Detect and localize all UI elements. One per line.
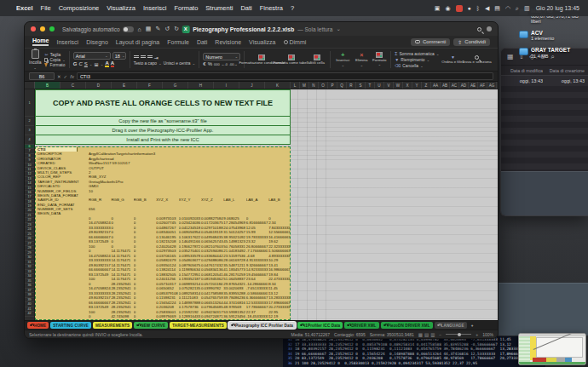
copy-button[interactable]: Copia⌄ [44, 58, 65, 62]
column-header-S[interactable]: S [356, 82, 366, 89]
column-header-AA[interactable]: AA [431, 82, 441, 89]
insert-cells-button[interactable]: +Inserisci⌄ [334, 52, 351, 68]
comma-style-icon[interactable]: 000 [214, 62, 220, 66]
cell[interactable]: 12.19 [268, 314, 290, 319]
column-header-F[interactable]: F [137, 82, 163, 89]
column-header-X[interactable]: X [403, 82, 412, 89]
cell[interactable]: 10 [89, 189, 290, 193]
decrease-decimal-icon[interactable]: .00→ [229, 62, 238, 66]
menubar-clock[interactable]: Gio 20 lug 13:45 [536, 5, 579, 11]
underline-button[interactable]: S [84, 61, 88, 66]
finder-column-header[interactable]: Data di creazione [546, 68, 585, 73]
cell[interactable]: 0 [134, 314, 156, 319]
instruction-cell[interactable]: Copy the new file as "somename.ti3" file [35, 117, 291, 126]
cancel-entry-icon[interactable]: ✕ [57, 74, 61, 79]
column-header-T[interactable]: T [366, 82, 375, 89]
row-header-3[interactable]: 3 [25, 126, 34, 135]
column-header-AB[interactable]: AB [441, 82, 450, 89]
column-header-B[interactable]: B [35, 82, 61, 89]
column-header-C[interactable]: C [61, 82, 86, 89]
column-header-Z[interactable]: Z [422, 82, 431, 89]
column-header-N[interactable]: N [309, 82, 319, 89]
instruction-cell[interactable]: Install and Print with the new ICC [35, 135, 291, 145]
cell[interactable]: LAB_A [246, 198, 268, 202]
column-header-G[interactable]: G [163, 82, 188, 89]
column-header-AE[interactable]: AE [469, 82, 478, 89]
finder-file-row[interactable]: oggi, 13:43oggi, 13:43 [501, 76, 588, 86]
row-header-4[interactable]: 4 [25, 135, 34, 145]
menubar-item-strumenti[interactable]: Strumenti [205, 4, 233, 12]
column-header-AG[interactable]: AG [487, 82, 497, 89]
cell[interactable]: 656 [89, 207, 290, 211]
ribbon-tab-layout-di-pagina[interactable]: Layout di pagina [116, 39, 159, 45]
column-header-AD[interactable]: AD [459, 82, 469, 89]
column-header-J[interactable]: J [239, 82, 265, 89]
autosave-control[interactable]: Salvataggio automatico [62, 26, 134, 32]
column-header-V[interactable]: V [384, 82, 394, 89]
comments-button[interactable]: Commenti [411, 38, 450, 46]
cell[interactable]: 0.128916433 [179, 314, 201, 319]
paste-button[interactable]: Incolla⌄ [29, 49, 41, 70]
align-center-icon[interactable] [141, 55, 146, 60]
close-button[interactable] [31, 26, 36, 32]
column-header-P[interactable]: P [328, 82, 337, 89]
title-chevron-icon[interactable]: ⌄ [336, 26, 340, 32]
font-size-select[interactable]: 18⌄ [112, 52, 126, 60]
ribbon-tab-formule[interactable]: Formule [167, 39, 189, 45]
desktop-icon-graytarget[interactable]: GRAY TARGET21,4 MB [519, 47, 587, 58]
wifi-icon[interactable]: ◠ [505, 5, 510, 11]
menubar-item-inserisci[interactable]: Inserisci [143, 4, 167, 12]
column-header-K[interactable]: K [265, 82, 291, 89]
cell-styles-button[interactable]: Stili cella [308, 54, 326, 66]
fill-color-button[interactable]: A [105, 60, 108, 67]
bluetooth-icon[interactable]: ᛒ [476, 5, 480, 11]
cell[interactable]: RGB_R [89, 198, 111, 202]
cell[interactable]: XYZ_Y [179, 198, 201, 202]
column-header-AC[interactable]: AC [450, 82, 459, 89]
ribbon-tab-inserisci[interactable]: Inserisci [56, 39, 78, 45]
sheet-tab-measurements[interactable]: MEASUREMENTS [93, 322, 132, 329]
home-icon[interactable]: ⌂ [138, 26, 141, 32]
layout-view-icon[interactable]: ▤ [424, 332, 429, 337]
instruction-cell[interactable]: Drag it over the Piezography-ICC-Profile… [35, 126, 291, 135]
italic-button[interactable]: C [78, 61, 82, 66]
sheet-tab-target-measurements[interactable]: TARGET-MEASUREMENTS [170, 322, 227, 329]
cell[interactable]: -18.45333333 [246, 314, 268, 319]
formula-input[interactable]: CTI3 [77, 72, 493, 80]
lens-icon[interactable]: ● [468, 5, 471, 11]
merge-center-button[interactable]: Unisci e centra⌄ [164, 61, 196, 66]
borders-icon[interactable]: ⊞ [95, 61, 99, 67]
align-left-icon[interactable] [134, 55, 139, 60]
zoom-out-icon[interactable]: − [439, 332, 441, 337]
desktop-icon-acv[interactable]: ACV1 elemento [519, 30, 587, 41]
pencil-icon[interactable]: ✎ [155, 26, 160, 32]
keyboard-icon[interactable]: ▤ [494, 5, 500, 11]
instruction-cell[interactable]: COPY AND PASTE ALL ORANGE CELLS TO NEW T… [35, 89, 291, 117]
column-header-R[interactable]: R [347, 82, 356, 89]
sheet-tab-language[interactable]: LANGUAGE [435, 322, 467, 329]
sheet-tab-piezography-icc-profiler-data[interactable]: Piezography ICC Profiler Data [228, 322, 296, 329]
column-header-U[interactable]: U [375, 82, 384, 89]
delete-cells-button[interactable]: ×Elimina⌄ [354, 52, 369, 68]
minimize-button[interactable] [40, 26, 45, 32]
increase-decimal-icon[interactable]: ←.0 [222, 62, 228, 66]
insert-function-icon[interactable]: fx [70, 74, 74, 79]
menubar-item-formato[interactable]: Formato [174, 4, 198, 12]
redo-icon[interactable]: ↻ [174, 26, 179, 32]
row-header-1[interactable]: 1 [25, 89, 34, 117]
cell[interactable]: RGB_B [134, 198, 156, 202]
cell[interactable]: LAB_L [223, 198, 245, 202]
camera-icon[interactable]: ◉ [445, 5, 450, 11]
sort-filter-button[interactable]: ▼Ordina e filtra [442, 55, 463, 65]
zoom-level[interactable]: 100% [482, 332, 493, 337]
zoom-in-icon[interactable]: + [476, 332, 478, 337]
ribbon-tab-dimmi[interactable]: Dimmi [284, 39, 307, 45]
cell[interactable]: LAB_B [268, 198, 290, 202]
ribbon-tab-home[interactable]: Home [32, 37, 49, 46]
row-header-2[interactable]: 2 [25, 117, 34, 126]
screen-mirroring-icon[interactable]: ▣ [435, 5, 441, 11]
cell[interactable]: 42.745098 [111, 314, 133, 319]
ribbon-tab-disegno[interactable]: Disegno [86, 39, 108, 45]
menubar-item-?[interactable]: ? [291, 4, 294, 12]
autosum-button[interactable]: ΣSomma automatica⌄ [395, 51, 439, 56]
